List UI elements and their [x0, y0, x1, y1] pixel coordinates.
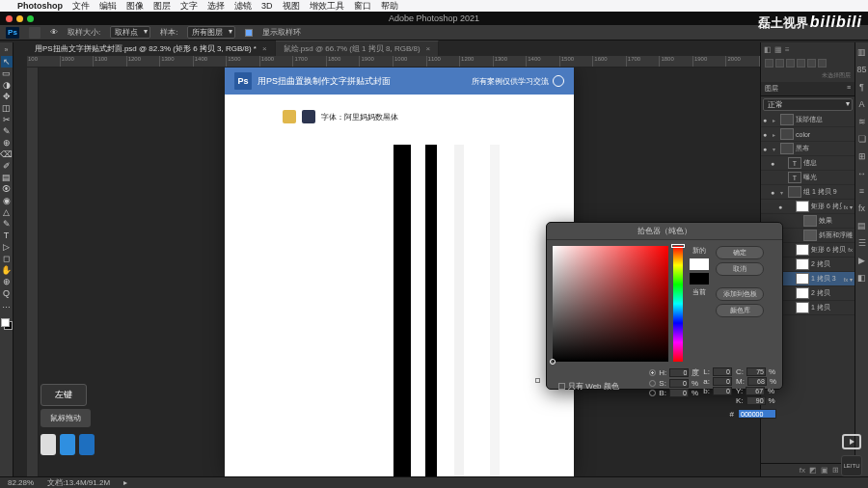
tool-6[interactable]: ✎ [1, 125, 13, 137]
b2-input[interactable] [713, 387, 732, 395]
show-ring-checkbox[interactable] [245, 29, 253, 37]
tool-3[interactable]: ✥ [1, 91, 13, 102]
tool-1[interactable]: ▭ [1, 68, 13, 79]
tool-11[interactable]: ⦿ [1, 183, 13, 195]
color-swatches[interactable] [0, 317, 14, 331]
hue-slider[interactable] [673, 246, 683, 362]
rtool-12[interactable]: ▶ [856, 255, 868, 266]
eye-icon[interactable]: ● [763, 117, 771, 123]
app-menu[interactable]: Photoshop [17, 1, 63, 11]
align-panel[interactable] [761, 57, 854, 69]
rtool-3[interactable]: A [856, 98, 868, 110]
m-input[interactable] [747, 377, 767, 386]
c-input[interactable] [746, 367, 766, 376]
ok-button[interactable]: 确定 [716, 246, 764, 259]
a-input[interactable] [713, 377, 732, 386]
tab-document-1[interactable]: 用PS扭曲文字拼贴式封面.psd @ 82.3% (矩形 6 拷贝 3, RGB… [27, 41, 276, 56]
color-picker-dialog[interactable]: 拾色器（纯色） 新的 当前 确定 取消 添加到色板 颜色库 只有 Web 颜色 … [546, 222, 783, 390]
selection-handle-icon[interactable] [535, 378, 540, 383]
zoom-level[interactable]: 82.28% [8, 478, 34, 487]
layer-row[interactable]: ●▾黑布 [761, 142, 854, 156]
new-layer-icon[interactable]: ⊞ [832, 466, 839, 474]
y-input[interactable] [746, 387, 765, 395]
menu-window[interactable]: 窗口 [354, 0, 371, 13]
close-icon[interactable]: × [262, 44, 267, 53]
b-radio[interactable] [649, 390, 656, 396]
tool-7[interactable]: ⊕ [1, 137, 13, 149]
s-radio[interactable] [649, 380, 656, 387]
rtool-0[interactable]: ▥ [856, 46, 868, 58]
h-radio[interactable] [649, 369, 656, 376]
home-icon[interactable] [29, 27, 41, 39]
menu-3d[interactable]: 3D [261, 1, 273, 11]
eye-icon[interactable]: ● [771, 189, 778, 196]
menu-plugins[interactable]: 增效工具 [310, 0, 344, 13]
l-input[interactable] [713, 367, 732, 376]
sample-select[interactable]: 所有图层 [187, 26, 235, 39]
menu-select[interactable]: 选择 [207, 0, 225, 13]
tool-5[interactable]: ✂ [1, 114, 13, 125]
menu-layer[interactable]: 图层 [153, 0, 171, 13]
rtool-7[interactable]: ↔ [856, 168, 868, 179]
hue-cursor-icon[interactable] [671, 244, 685, 248]
rtool-10[interactable]: ▤ [856, 220, 868, 231]
foreground-swatch[interactable] [1, 318, 10, 327]
rtool-8[interactable]: ≡ [856, 185, 868, 197]
rtool-6[interactable]: ⊞ [856, 150, 868, 162]
tool-17[interactable]: ◻ [1, 253, 13, 264]
layer-row[interactable]: ●▸顶部信息 [761, 113, 854, 127]
rtool-1[interactable]: 85 [856, 64, 868, 75]
web-only-checkbox[interactable] [558, 383, 565, 390]
layer-row[interactable]: ●矩形 6 拷贝 7fx ▾ [761, 200, 854, 214]
tool-19[interactable]: ⊕ [1, 276, 13, 287]
tool-18[interactable]: ✋ [1, 264, 13, 276]
close-icon[interactable]: × [426, 44, 431, 53]
fx-icon[interactable]: fx [800, 466, 805, 474]
rtool-9[interactable]: fx [856, 203, 868, 214]
eye-icon[interactable]: ● [763, 131, 771, 138]
eye-icon[interactable]: ● [778, 203, 786, 210]
tool-4[interactable]: ◫ [1, 102, 13, 114]
menu-image[interactable]: 图像 [126, 0, 144, 13]
menu-help[interactable]: 帮助 [381, 0, 398, 13]
folder-icon[interactable]: ▣ [821, 466, 828, 474]
saturation-value-box[interactable] [553, 246, 668, 362]
layer-row[interactable]: T曝光 [761, 171, 854, 185]
doc-size[interactable]: 文档:13.4M/91.2M [47, 477, 110, 488]
layers-panel-header[interactable]: 图层≡ [761, 82, 854, 96]
rtool-5[interactable]: ❏ [856, 133, 868, 145]
toolbox-toggle-icon[interactable]: » [5, 46, 9, 53]
traffic-lights[interactable] [6, 15, 34, 22]
menu-view[interactable]: 视图 [283, 0, 300, 13]
layer-row[interactable]: ●▸color [761, 127, 854, 142]
sample-size-select[interactable]: 取样点 [110, 26, 150, 39]
b-input[interactable] [669, 389, 689, 397]
cancel-button[interactable]: 取消 [716, 262, 764, 276]
sv-cursor-icon[interactable] [550, 359, 556, 365]
add-swatch-button[interactable]: 添加到色板 [716, 287, 764, 301]
tool-21[interactable]: … [1, 299, 13, 311]
hex-input[interactable] [738, 409, 776, 419]
tab-document-2[interactable]: 鼠绘.psd @ 66.7% (组 1 拷贝 8, RGB/8)× [276, 41, 440, 56]
eye-icon[interactable]: ● [763, 146, 771, 152]
k-input[interactable] [746, 396, 766, 405]
s-input[interactable] [669, 379, 689, 388]
tool-2[interactable]: ◑ [1, 79, 13, 91]
eye-icon[interactable]: ● [771, 160, 778, 167]
menu-type[interactable]: 文字 [180, 0, 198, 13]
rtool-2[interactable]: ¶ [856, 81, 868, 93]
ruler-horizontal[interactable]: 1001000110012001300140015001600170018001… [27, 56, 760, 68]
tool-8[interactable]: ⌫ [1, 149, 13, 160]
tool-16[interactable]: ▷ [1, 241, 13, 253]
tool-9[interactable]: ✐ [1, 160, 13, 172]
chevron-right-icon[interactable]: ▸ [123, 478, 127, 487]
tool-12[interactable]: ◉ [1, 195, 13, 206]
blend-mode-select[interactable]: 正常 [763, 98, 853, 111]
rtool-4[interactable]: ≋ [856, 116, 868, 127]
h-input[interactable] [669, 368, 689, 377]
tool-20[interactable]: Q [1, 287, 13, 299]
tool-14[interactable]: ✎ [1, 218, 13, 230]
layer-row[interactable]: ●T信息 [761, 156, 854, 171]
tool-13[interactable]: △ [1, 206, 13, 218]
mask-icon[interactable]: ◩ [809, 466, 817, 474]
